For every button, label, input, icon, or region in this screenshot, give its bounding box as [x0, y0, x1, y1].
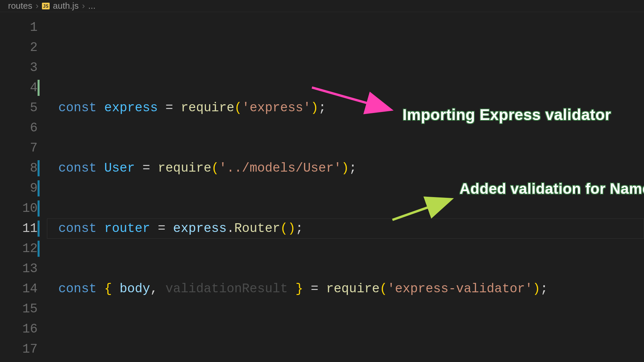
line-number: 16 [0, 319, 38, 339]
chevron-right-icon: › [36, 1, 39, 11]
line-number: 14 [0, 279, 38, 299]
code-line[interactable]: const { body, validationResult } = requi… [58, 279, 644, 299]
breadcrumb[interactable]: routes › JS auth.js › ... [0, 0, 644, 12]
breadcrumb-trailing: ... [88, 1, 96, 11]
code-line[interactable] [58, 339, 644, 359]
breadcrumb-folder[interactable]: routes [8, 1, 32, 11]
line-number: 15 [0, 299, 38, 319]
line-number: 13 [0, 259, 38, 279]
line-number: 9 [0, 178, 38, 198]
line-number: 7 [0, 138, 38, 158]
line-number: 3 [0, 58, 38, 78]
line-number: 5 [0, 98, 38, 118]
code-line[interactable]: const router = express.Router(); [58, 219, 644, 239]
code-line[interactable]: const express = require('express'); [58, 98, 644, 118]
line-number-gutter: 1234567891011121314151617 [0, 12, 47, 362]
line-number: 1 [0, 17, 38, 38]
line-number: 12 [0, 239, 38, 259]
line-number: 6 [0, 118, 38, 138]
line-number: 2 [0, 38, 38, 58]
js-file-icon: JS [42, 3, 50, 9]
chevron-right-icon: › [82, 1, 85, 11]
line-number: 10 [0, 198, 38, 219]
code-area[interactable]: const express = require('express'); cons… [47, 12, 644, 362]
svg-line-1 [392, 200, 449, 220]
annotation-overlay [47, 12, 644, 362]
line-number: 11 [0, 219, 38, 239]
breadcrumb-file[interactable]: auth.js [53, 1, 79, 11]
line-number: 4 [0, 78, 38, 98]
code-line[interactable]: const User = require('../models/User'); [58, 158, 644, 178]
line-number: 8 [0, 158, 38, 178]
line-number: 17 [0, 339, 38, 359]
code-editor[interactable]: 1234567891011121314151617 const express … [0, 12, 644, 362]
annotation-label: Added validation for Name, Email and Pas… [460, 181, 634, 196]
